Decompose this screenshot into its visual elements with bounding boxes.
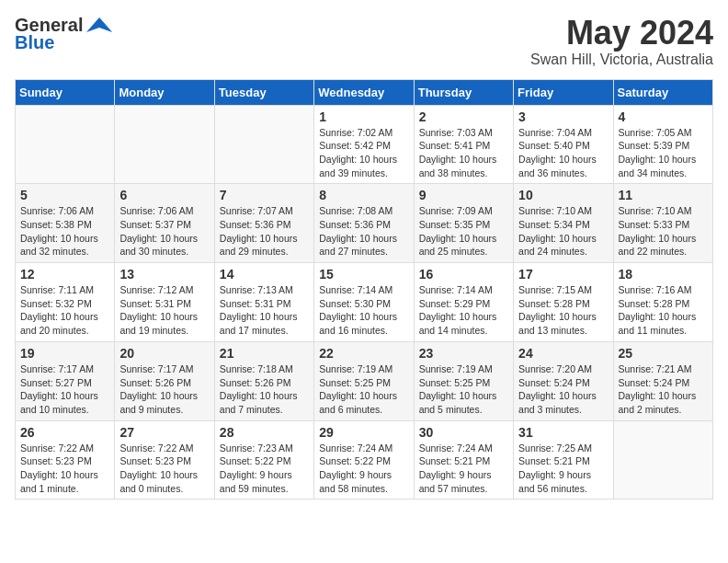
day-info: Sunrise: 7:12 AM Sunset: 5:31 PM Dayligh…	[119, 283, 209, 338]
calendar-cell: 25Sunrise: 7:21 AM Sunset: 5:24 PM Dayli…	[613, 341, 712, 420]
day-number: 18	[619, 267, 708, 282]
day-info: Sunrise: 7:23 AM Sunset: 5:22 PM Dayligh…	[220, 442, 309, 496]
calendar-cell: 16Sunrise: 7:14 AM Sunset: 5:29 PM Dayli…	[414, 263, 513, 342]
day-number: 19	[20, 346, 109, 361]
svg-marker-0	[86, 17, 112, 32]
location-title: Swan Hill, Victoria, Australia	[530, 52, 713, 68]
calendar-cell: 4Sunrise: 7:05 AM Sunset: 5:39 PM Daylig…	[613, 105, 712, 184]
calendar-cell: 5Sunrise: 7:06 AM Sunset: 5:38 PM Daylig…	[16, 184, 115, 263]
day-info: Sunrise: 7:10 AM Sunset: 5:34 PM Dayligh…	[518, 204, 608, 259]
day-info: Sunrise: 7:20 AM Sunset: 5:24 PM Dayligh…	[518, 362, 608, 417]
day-info: Sunrise: 7:22 AM Sunset: 5:23 PM Dayligh…	[119, 442, 209, 496]
day-number: 30	[419, 425, 508, 440]
day-number: 7	[220, 188, 309, 202]
calendar-cell	[214, 105, 313, 184]
day-number: 28	[220, 425, 309, 440]
day-number: 2	[419, 109, 508, 124]
day-info: Sunrise: 7:21 AM Sunset: 5:24 PM Dayligh…	[619, 362, 708, 417]
day-info: Sunrise: 7:13 AM Sunset: 5:31 PM Dayligh…	[220, 283, 309, 338]
day-number: 16	[419, 267, 508, 282]
day-number: 23	[419, 346, 508, 361]
calendar-cell: 13Sunrise: 7:12 AM Sunset: 5:31 PM Dayli…	[115, 263, 214, 342]
calendar-cell: 19Sunrise: 7:17 AM Sunset: 5:27 PM Dayli…	[16, 341, 115, 420]
calendar-cell	[613, 420, 712, 500]
calendar-cell: 1Sunrise: 7:02 AM Sunset: 5:42 PM Daylig…	[314, 105, 414, 184]
day-number: 4	[619, 109, 708, 124]
day-info: Sunrise: 7:06 AM Sunset: 5:38 PM Dayligh…	[20, 204, 109, 259]
day-info: Sunrise: 7:17 AM Sunset: 5:27 PM Dayligh…	[20, 362, 109, 417]
month-title: May 2024	[530, 15, 713, 52]
day-info: Sunrise: 7:05 AM Sunset: 5:39 PM Dayligh…	[619, 126, 708, 180]
calendar-cell: 31Sunrise: 7:25 AM Sunset: 5:21 PM Dayli…	[514, 420, 613, 500]
calendar-cell: 18Sunrise: 7:16 AM Sunset: 5:28 PM Dayli…	[613, 263, 712, 342]
day-number: 26	[20, 425, 109, 440]
calendar-cell: 12Sunrise: 7:11 AM Sunset: 5:32 PM Dayli…	[16, 263, 115, 342]
day-info: Sunrise: 7:14 AM Sunset: 5:30 PM Dayligh…	[319, 283, 408, 338]
calendar-cell: 9Sunrise: 7:09 AM Sunset: 5:35 PM Daylig…	[414, 184, 513, 263]
calendar-cell: 7Sunrise: 7:07 AM Sunset: 5:36 PM Daylig…	[214, 184, 313, 263]
day-info: Sunrise: 7:03 AM Sunset: 5:41 PM Dayligh…	[419, 126, 508, 180]
day-info: Sunrise: 7:09 AM Sunset: 5:35 PM Dayligh…	[419, 204, 508, 259]
day-info: Sunrise: 7:24 AM Sunset: 5:21 PM Dayligh…	[419, 442, 508, 496]
day-info: Sunrise: 7:02 AM Sunset: 5:42 PM Dayligh…	[319, 126, 408, 180]
day-header-thursday: Thursday	[414, 79, 513, 105]
calendar-cell: 14Sunrise: 7:13 AM Sunset: 5:31 PM Dayli…	[214, 263, 313, 342]
day-header-saturday: Saturday	[613, 79, 712, 105]
day-number: 21	[220, 346, 309, 361]
calendar-cell: 30Sunrise: 7:24 AM Sunset: 5:21 PM Dayli…	[414, 420, 513, 500]
calendar-table: SundayMondayTuesdayWednesdayThursdayFrid…	[15, 79, 713, 500]
calendar-cell: 3Sunrise: 7:04 AM Sunset: 5:40 PM Daylig…	[514, 105, 613, 184]
logo-bird-icon	[86, 16, 112, 36]
calendar-cell	[16, 105, 115, 184]
day-number: 5	[20, 188, 109, 202]
calendar-cell: 17Sunrise: 7:15 AM Sunset: 5:28 PM Dayli…	[514, 263, 613, 342]
day-info: Sunrise: 7:15 AM Sunset: 5:28 PM Dayligh…	[518, 283, 608, 338]
day-info: Sunrise: 7:24 AM Sunset: 5:22 PM Dayligh…	[319, 442, 408, 496]
calendar-cell: 27Sunrise: 7:22 AM Sunset: 5:23 PM Dayli…	[115, 420, 214, 500]
day-number: 3	[518, 109, 608, 124]
day-number: 14	[220, 267, 309, 282]
day-number: 15	[319, 267, 408, 282]
day-number: 12	[20, 267, 109, 282]
calendar-cell: 24Sunrise: 7:20 AM Sunset: 5:24 PM Dayli…	[514, 341, 613, 420]
day-header-friday: Friday	[514, 79, 613, 105]
day-info: Sunrise: 7:17 AM Sunset: 5:26 PM Dayligh…	[119, 362, 209, 417]
calendar-cell: 21Sunrise: 7:18 AM Sunset: 5:26 PM Dayli…	[214, 341, 313, 420]
calendar-cell: 28Sunrise: 7:23 AM Sunset: 5:22 PM Dayli…	[214, 420, 313, 500]
day-number: 10	[518, 188, 608, 202]
day-number: 13	[119, 267, 209, 282]
day-number: 24	[518, 346, 608, 361]
day-number: 9	[419, 188, 508, 202]
day-number: 25	[619, 346, 708, 361]
day-header-monday: Monday	[115, 79, 214, 105]
calendar-cell: 10Sunrise: 7:10 AM Sunset: 5:34 PM Dayli…	[514, 184, 613, 263]
day-info: Sunrise: 7:19 AM Sunset: 5:25 PM Dayligh…	[319, 362, 408, 417]
day-info: Sunrise: 7:08 AM Sunset: 5:36 PM Dayligh…	[319, 204, 408, 259]
day-info: Sunrise: 7:16 AM Sunset: 5:28 PM Dayligh…	[619, 283, 708, 338]
logo-blue: Blue	[15, 32, 54, 53]
day-number: 8	[319, 188, 408, 202]
day-info: Sunrise: 7:25 AM Sunset: 5:21 PM Dayligh…	[518, 442, 608, 496]
calendar-cell: 15Sunrise: 7:14 AM Sunset: 5:30 PM Dayli…	[314, 263, 414, 342]
day-info: Sunrise: 7:18 AM Sunset: 5:26 PM Dayligh…	[220, 362, 309, 417]
calendar-cell: 23Sunrise: 7:19 AM Sunset: 5:25 PM Dayli…	[414, 341, 513, 420]
day-header-sunday: Sunday	[16, 79, 115, 105]
day-info: Sunrise: 7:04 AM Sunset: 5:40 PM Dayligh…	[518, 126, 608, 180]
calendar-cell: 2Sunrise: 7:03 AM Sunset: 5:41 PM Daylig…	[414, 105, 513, 184]
calendar-cell: 26Sunrise: 7:22 AM Sunset: 5:23 PM Dayli…	[16, 420, 115, 500]
day-number: 1	[319, 109, 408, 124]
day-info: Sunrise: 7:07 AM Sunset: 5:36 PM Dayligh…	[220, 204, 309, 259]
day-number: 31	[518, 425, 608, 440]
title-block: May 2024 Swan Hill, Victoria, Australia	[530, 15, 713, 68]
day-info: Sunrise: 7:19 AM Sunset: 5:25 PM Dayligh…	[419, 362, 508, 417]
calendar-cell: 29Sunrise: 7:24 AM Sunset: 5:22 PM Dayli…	[314, 420, 414, 500]
day-info: Sunrise: 7:11 AM Sunset: 5:32 PM Dayligh…	[20, 283, 109, 338]
page-header: General Blue May 2024 Swan Hill, Victori…	[15, 15, 713, 68]
day-number: 17	[518, 267, 608, 282]
day-number: 11	[619, 188, 708, 202]
day-number: 29	[319, 425, 408, 440]
calendar-cell: 22Sunrise: 7:19 AM Sunset: 5:25 PM Dayli…	[314, 341, 414, 420]
day-number: 6	[119, 188, 209, 202]
day-info: Sunrise: 7:22 AM Sunset: 5:23 PM Dayligh…	[20, 442, 109, 496]
day-header-wednesday: Wednesday	[314, 79, 414, 105]
